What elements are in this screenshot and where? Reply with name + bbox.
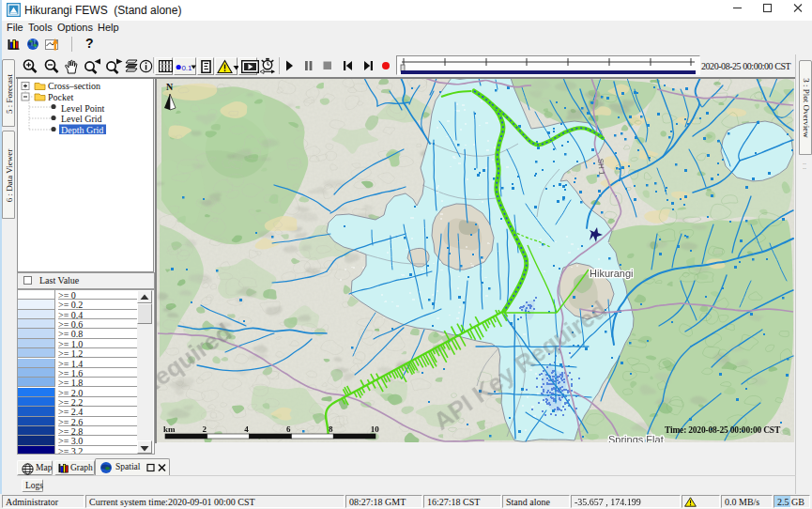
svg-text:0.1: 0.1 — [181, 64, 192, 72]
svg-text:N: N — [166, 82, 174, 92]
svg-text:4: 4 — [244, 424, 249, 434]
svg-text:Hikurangi: Hikurangi — [590, 268, 633, 279]
svg-text:Springs Flat: Springs Flat — [608, 434, 664, 442]
svg-text:Time: 2020-08-25 00:00:00 CST: Time: 2020-08-25 00:00:00 CST — [665, 425, 781, 435]
svg-text:2: 2 — [203, 424, 207, 434]
svg-text:SH 1: SH 1 — [596, 158, 606, 176]
svg-text:6: 6 — [286, 424, 291, 434]
svg-text:10: 10 — [371, 424, 380, 434]
svg-text:km: km — [163, 424, 176, 434]
svg-text:8: 8 — [329, 424, 333, 434]
